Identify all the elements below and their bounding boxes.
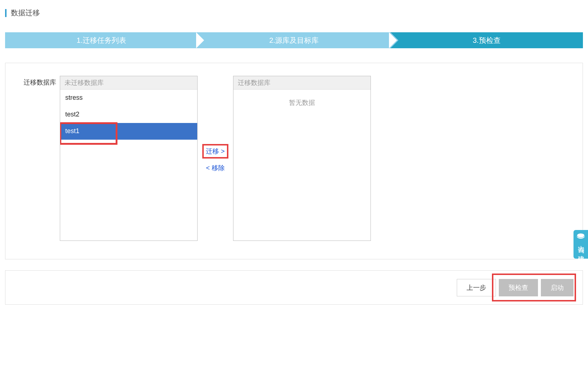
transfer-buttons: 迁移 > < 移除 <box>198 76 233 241</box>
list-item[interactable]: test1 <box>60 123 197 140</box>
content-panel: 迁移数据库 未迁移数据库 stress test2 test1 迁移 > < 移… <box>5 63 583 259</box>
prev-button[interactable]: 上一步 <box>457 279 496 296</box>
empty-text: 暂无数据 <box>233 90 370 107</box>
target-listbox: 迁移数据库 暂无数据 <box>233 76 371 241</box>
svg-point-2 <box>577 234 584 238</box>
chevron-right-icon <box>390 32 398 48</box>
feedback-tab-text: 咨询·建议 <box>576 241 585 252</box>
chat-icon <box>576 233 585 239</box>
source-listbox-header: 未迁移数据库 <box>60 76 197 90</box>
step-2[interactable]: 2.源库及目标库 <box>198 32 390 48</box>
stepper: 1.迁移任务列表 2.源库及目标库 3.预检查 <box>5 32 583 48</box>
title-accent-bar <box>5 9 7 17</box>
step-3[interactable]: 3.预检查 <box>390 32 583 48</box>
step-label: 1.迁移任务列表 <box>76 36 126 45</box>
chevron-right-icon <box>198 32 206 48</box>
step-1[interactable]: 1.迁移任务列表 <box>5 32 198 48</box>
source-listbox: 未迁移数据库 stress test2 test1 <box>60 76 198 241</box>
transfer-label: 迁移数据库 <box>16 76 60 87</box>
list-item[interactable]: stress <box>60 90 197 106</box>
step-label: 2.源库及目标库 <box>269 36 319 45</box>
source-listbox-items: stress test2 test1 <box>60 90 197 241</box>
list-item[interactable]: test2 <box>60 106 197 123</box>
footer-panel: 上一步 预检查 启动 <box>5 270 583 305</box>
target-listbox-items: 暂无数据 <box>233 90 370 241</box>
precheck-button[interactable]: 预检查 <box>499 279 538 296</box>
target-listbox-header: 迁移数据库 <box>233 76 370 90</box>
move-left-button[interactable]: < 移除 <box>204 163 226 173</box>
feedback-tab[interactable]: 咨询·建议 <box>573 230 588 259</box>
start-button[interactable]: 启动 <box>541 279 573 296</box>
page-title: 数据迁移 <box>11 8 40 18</box>
step-label: 3.预检查 <box>473 36 501 45</box>
move-right-button[interactable]: 迁移 > <box>202 144 228 159</box>
